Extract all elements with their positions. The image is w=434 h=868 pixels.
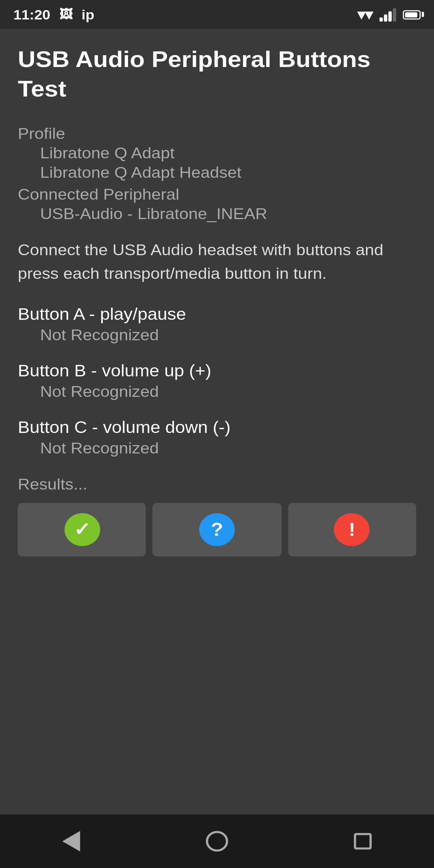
main-content: USB Audio Peripheral Buttons Test Profil… xyxy=(0,29,434,557)
recent-nav-button[interactable] xyxy=(344,825,380,858)
connected-peripheral-value: USB-Audio - Libratone_INEAR xyxy=(18,205,416,222)
signal-icon xyxy=(379,8,396,21)
time-display: 11:20 xyxy=(13,7,50,22)
button-a-status: Not Recognized xyxy=(18,326,416,344)
home-icon xyxy=(206,831,228,851)
back-icon xyxy=(63,831,81,851)
button-a-label: Button A - play/pause xyxy=(18,306,416,324)
profile-item1: Libratone Q Adapt xyxy=(18,144,416,161)
status-left: 11:20 🖼 ip xyxy=(13,7,94,22)
results-label: Results... xyxy=(18,475,416,493)
connected-peripheral-label: Connected Peripheral xyxy=(18,185,416,203)
profile-label: Profile xyxy=(18,125,416,142)
home-nav-button[interactable] xyxy=(197,823,237,860)
profile-section: Profile Libratone Q Adapt Libratone Q Ad… xyxy=(18,125,416,181)
wifi-icon: ▾▾ xyxy=(357,6,373,23)
action-buttons-group: ✓ ? ! xyxy=(18,503,416,557)
info-button[interactable]: ? xyxy=(153,503,281,557)
pass-button[interactable]: ✓ xyxy=(18,503,146,557)
description-text: Connect the USB Audio headset with butto… xyxy=(18,239,416,285)
button-b-section: Button B - volume up (+) Not Recognized xyxy=(18,362,416,400)
back-nav-button[interactable] xyxy=(54,823,90,860)
page-title: USB Audio Peripheral Buttons Test xyxy=(18,45,416,104)
button-a-section: Button A - play/pause Not Recognized xyxy=(18,306,416,344)
button-c-section: Button C - volume down (-) Not Recognize… xyxy=(18,419,416,457)
pass-icon: ✓ xyxy=(64,514,100,546)
connected-peripheral-section: Connected Peripheral USB-Audio - Librato… xyxy=(18,185,416,223)
info-icon: ? xyxy=(199,514,235,546)
navigation-bar xyxy=(0,815,434,868)
fail-button[interactable]: ! xyxy=(288,503,416,557)
battery-icon xyxy=(403,10,420,19)
profile-item2: Libratone Q Adapt Headset xyxy=(18,164,416,181)
button-c-status: Not Recognized xyxy=(18,439,416,457)
status-right: ▾▾ xyxy=(357,6,421,23)
button-b-status: Not Recognized xyxy=(18,383,416,400)
status-bar: 11:20 🖼 ip ▾▾ xyxy=(0,0,434,29)
button-b-label: Button B - volume up (+) xyxy=(18,362,416,381)
ip-label: ip xyxy=(82,7,94,22)
recent-icon xyxy=(353,833,371,849)
image-icon: 🖼 xyxy=(59,7,73,22)
button-c-label: Button C - volume down (-) xyxy=(18,419,416,437)
fail-icon: ! xyxy=(334,514,370,546)
